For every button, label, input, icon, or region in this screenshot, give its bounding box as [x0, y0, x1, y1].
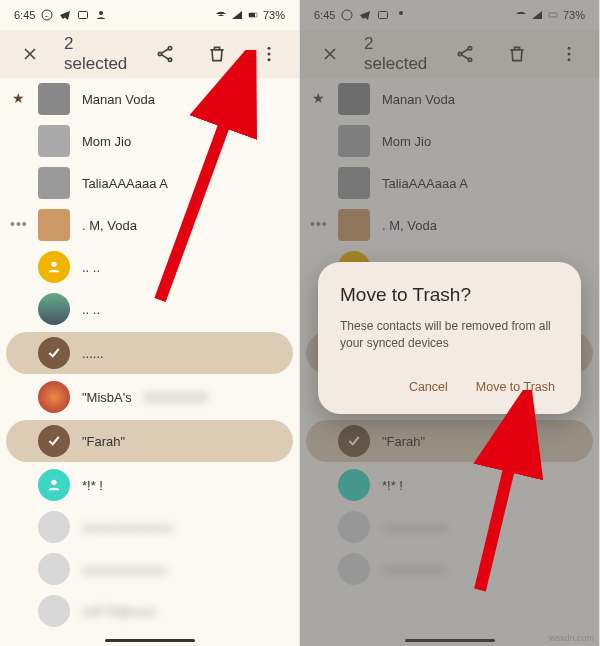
- contact-row[interactable]: Mom Jio: [0, 120, 299, 162]
- status-bar: 6:45 73%: [0, 0, 299, 30]
- contact-list[interactable]: ★ Manan Voda Mom Jio TaliaAAAaaa A ••• .…: [0, 78, 299, 632]
- contact-row[interactable]: .. ..: [0, 288, 299, 330]
- svg-point-7: [168, 58, 171, 61]
- contact-row[interactable]: xxxxxxxxxxxxx: [0, 548, 299, 590]
- checkmark-icon: [38, 337, 70, 369]
- more-button[interactable]: [251, 36, 287, 72]
- delete-button[interactable]: [199, 36, 235, 72]
- selection-count: 2 selected: [64, 34, 131, 74]
- signal-icon: [231, 9, 243, 21]
- svg-point-5: [168, 47, 171, 50]
- screen-dialog: 6:45 73% 2 selected ★ Manan Voda M: [300, 0, 600, 646]
- cancel-button[interactable]: Cancel: [405, 372, 452, 402]
- contact-row-selected[interactable]: "Farah": [6, 420, 293, 462]
- watermark: wsxdn.com: [549, 633, 594, 643]
- contact-row[interactable]: . M, Voda: [0, 204, 299, 246]
- close-button[interactable]: [12, 36, 48, 72]
- contact-row-selected[interactable]: ......: [6, 332, 293, 374]
- svg-point-2: [99, 11, 103, 15]
- more-vert-icon: [259, 44, 279, 64]
- svg-point-9: [268, 53, 271, 56]
- contact-row[interactable]: TaliaAAAaaa A: [0, 162, 299, 204]
- telegram-icon: [59, 9, 71, 21]
- nav-bar[interactable]: [105, 639, 195, 642]
- screen-contacts-select: 6:45 73% 2 selected: [0, 0, 300, 646]
- dialog-title: Move to Trash?: [340, 284, 559, 306]
- svg-point-0: [42, 10, 52, 20]
- svg-point-12: [51, 480, 56, 485]
- share-icon: [155, 44, 175, 64]
- contact-row[interactable]: "MisbA'sxxxxxxxx: [0, 376, 299, 418]
- battery-icon: [247, 9, 259, 21]
- svg-point-8: [268, 47, 271, 50]
- selection-toolbar: 2 selected: [0, 30, 299, 78]
- close-icon: [20, 44, 40, 64]
- move-to-trash-dialog: Move to Trash? These contacts will be re…: [318, 262, 581, 414]
- profile-icon: [95, 9, 107, 21]
- contact-row[interactable]: xxxxxxxxxxxxxx: [0, 506, 299, 548]
- share-button[interactable]: [147, 36, 183, 72]
- contact-row[interactable]: *!* !: [0, 464, 299, 506]
- wifi-icon: [215, 9, 227, 21]
- contact-row[interactable]: .. ..: [0, 246, 299, 288]
- svg-rect-4: [249, 13, 255, 17]
- message-icon: [77, 9, 89, 21]
- svg-point-10: [268, 58, 271, 61]
- dialog-body: These contacts will be removed from all …: [340, 318, 559, 352]
- trash-icon: [207, 44, 227, 64]
- checkmark-icon: [38, 425, 70, 457]
- status-time: 6:45: [14, 9, 35, 21]
- move-to-trash-button[interactable]: Move to Trash: [472, 372, 559, 402]
- svg-point-6: [158, 52, 161, 55]
- svg-rect-1: [79, 12, 88, 19]
- contact-row[interactable]: Manan Voda: [0, 78, 299, 120]
- whatsapp-icon: [41, 9, 53, 21]
- contact-row[interactable]: xxP R@xxxx: [0, 590, 299, 632]
- svg-point-11: [51, 262, 56, 267]
- battery-percent: 73%: [263, 9, 285, 21]
